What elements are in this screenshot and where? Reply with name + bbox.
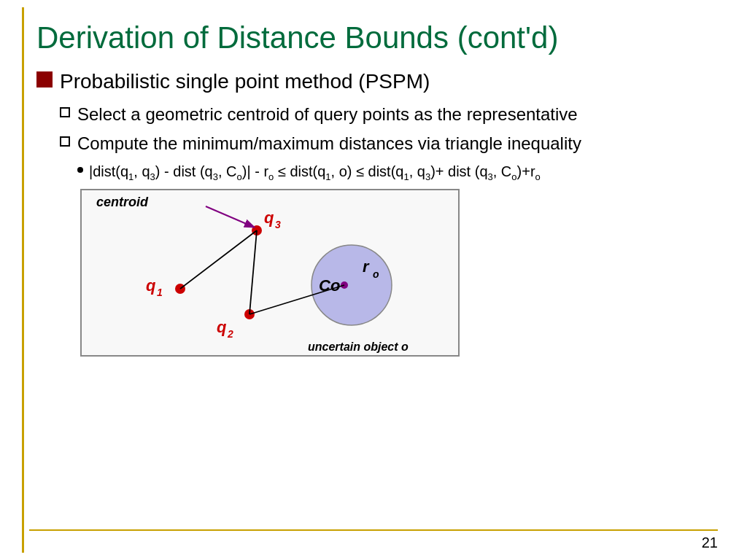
slide: Derivation of Distance Bounds (cont'd) P… bbox=[0, 0, 747, 560]
page-number: 21 bbox=[702, 534, 718, 551]
slide-content: Probabilistic single point method (PSPM)… bbox=[36, 69, 718, 356]
bullet-icon-square bbox=[36, 71, 53, 88]
uncertain-label: uncertain object o bbox=[308, 341, 409, 353]
centroid-label: centroid bbox=[96, 195, 149, 209]
bullet-square-1 bbox=[60, 107, 70, 117]
bottom-accent-border bbox=[29, 529, 718, 531]
centroid-arrow bbox=[206, 206, 253, 227]
co-label: Co bbox=[319, 276, 340, 295]
bullet-level2-centroid: Select a geometric centroid of query poi… bbox=[60, 103, 718, 126]
line-q3-q2 bbox=[249, 230, 257, 314]
q2-label: q bbox=[217, 318, 227, 336]
diagram-svg: centroid q 3 q 1 q 2 Co r o uncertain ob… bbox=[82, 190, 460, 357]
level2-bullets: Select a geometric centroid of query poi… bbox=[60, 103, 718, 184]
q3-subscript: 3 bbox=[275, 219, 281, 230]
level1-text: Probabilistic single point method (PSPM) bbox=[60, 69, 430, 95]
level2-text-2: Compute the minimum/maximum distances vi… bbox=[77, 132, 581, 155]
bullet-level3-formula: |dist(q1, q3) - dist (q3, Co)| - ro ≤ di… bbox=[77, 161, 718, 184]
bullet-level2-compute: Compute the minimum/maximum distances vi… bbox=[60, 132, 718, 155]
ro-label: r bbox=[363, 257, 370, 276]
q3-label: q bbox=[264, 209, 274, 227]
q2-subscript: 2 bbox=[227, 328, 233, 340]
level3-bullets: |dist(q1, q3) - dist (q3, Co)| - ro ≤ di… bbox=[77, 161, 718, 184]
level2-text-1: Select a geometric centroid of query poi… bbox=[77, 103, 578, 126]
ro-subscript: o bbox=[373, 268, 379, 280]
line-q3-q1 bbox=[180, 230, 257, 289]
left-accent-border bbox=[22, 7, 24, 553]
level3-formula: |dist(q1, q3) - dist (q3, Co)| - ro ≤ di… bbox=[89, 161, 541, 184]
bullet-square-2 bbox=[60, 136, 70, 147]
q1-label: q bbox=[146, 276, 156, 295]
bullet-level1-pspm: Probabilistic single point method (PSPM) bbox=[36, 69, 718, 95]
slide-title: Derivation of Distance Bounds (cont'd) bbox=[36, 15, 718, 55]
q1-subscript: 1 bbox=[157, 287, 163, 298]
bullet-dot-1 bbox=[77, 167, 83, 173]
diagram-box: centroid q 3 q 1 q 2 Co r o uncertain ob… bbox=[80, 189, 460, 357]
